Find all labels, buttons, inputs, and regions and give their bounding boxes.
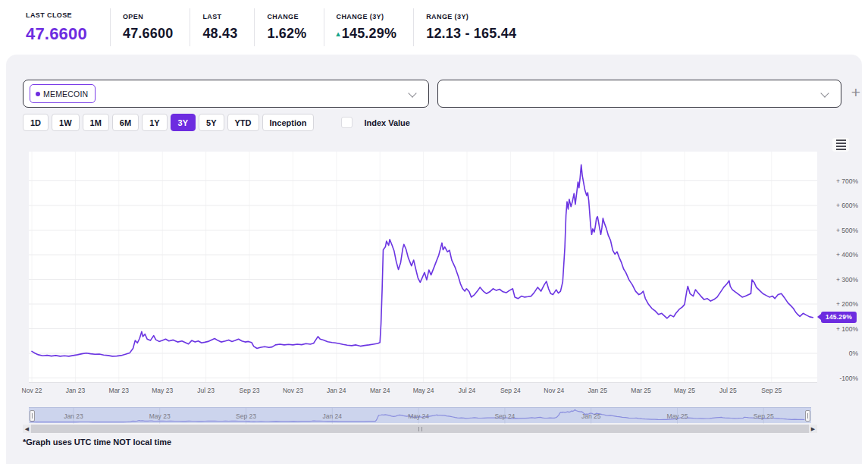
navigator-tick: May 23 bbox=[143, 412, 177, 420]
x-axis-tick: Nov 23 bbox=[275, 387, 310, 394]
selected-index-chip[interactable]: MEMECOIN bbox=[30, 84, 96, 103]
navigator-right-handle[interactable] bbox=[805, 410, 810, 422]
last-value-badge: 145.29% bbox=[821, 312, 857, 323]
change-3y-text: 145.29% bbox=[342, 26, 396, 41]
y-axis-tick: + 400% bbox=[823, 251, 858, 259]
add-series-button[interactable]: + bbox=[848, 82, 864, 103]
x-axis-tick: May 25 bbox=[667, 387, 702, 394]
navigator-tick: Sep 23 bbox=[229, 412, 264, 420]
stat-label: RANGE (3Y) bbox=[426, 13, 516, 20]
range-button-inception[interactable]: Inception bbox=[262, 114, 315, 131]
range-button-1m[interactable]: 1M bbox=[83, 114, 109, 131]
x-axis-tick: Sep 24 bbox=[493, 387, 528, 394]
scrollbar-thumb[interactable] bbox=[31, 425, 809, 433]
stat-value-change: 1.62% bbox=[267, 26, 306, 42]
stat-label: LAST CLOSE bbox=[26, 11, 87, 19]
x-axis-tick: Jul 25 bbox=[710, 387, 745, 394]
x-axis-tick: May 23 bbox=[145, 387, 180, 394]
navigator-tick: Sep 25 bbox=[746, 412, 781, 420]
x-axis-tick: Nov 24 bbox=[537, 387, 572, 394]
x-axis-tick: Jan 25 bbox=[580, 387, 615, 394]
navigator-tick: May 25 bbox=[660, 412, 695, 420]
stat-value-range-3y: 12.13 - 165.44 bbox=[426, 26, 516, 42]
stat-value-last-close: 47.6600 bbox=[26, 24, 87, 44]
index-select[interactable]: MEMECOIN bbox=[23, 80, 429, 108]
range-button-ytd[interactable]: YTD bbox=[227, 114, 259, 131]
navigator-left-handle[interactable] bbox=[30, 410, 35, 422]
x-axis-tick: Jan 24 bbox=[319, 387, 354, 394]
range-button-1w[interactable]: 1W bbox=[52, 114, 80, 131]
stat-last-close: LAST CLOSE 47.6600 bbox=[0, 7, 110, 49]
chevron-down-icon[interactable] bbox=[822, 90, 829, 97]
stat-label: OPEN bbox=[123, 13, 173, 20]
y-axis-tick: + 500% bbox=[823, 227, 858, 234]
stat-label: CHANGE (3Y) bbox=[337, 13, 397, 20]
navigator-tick: Jan 25 bbox=[574, 412, 609, 420]
chart-area: + 700%+ 600%+ 500%+ 400%+ 300%+ 200%+ 10… bbox=[6, 135, 862, 402]
stat-range-3y: RANGE (3Y) 12.13 - 165.44 bbox=[413, 8, 533, 46]
navigator-tick: Sep 24 bbox=[487, 412, 522, 420]
range-selector: 1D 1W 1M 6M 1Y 3Y 5Y YTD Inception Index… bbox=[23, 114, 410, 131]
y-axis-tick: -100% bbox=[823, 375, 858, 382]
stat-last: LAST 48.43 bbox=[190, 8, 254, 46]
navigator-tick: May 24 bbox=[401, 412, 436, 420]
range-button-5y[interactable]: 5Y bbox=[199, 114, 224, 131]
x-axis-tick: Jan 23 bbox=[58, 387, 92, 394]
stat-label: LAST bbox=[202, 13, 237, 20]
stat-label: CHANGE bbox=[267, 13, 306, 20]
price-chart-plot[interactable] bbox=[29, 152, 817, 383]
stat-value-last: 48.43 bbox=[202, 26, 237, 42]
stat-value-change-3y: ▴145.29% bbox=[337, 26, 397, 42]
x-axis-tick: Nov 22 bbox=[14, 387, 49, 394]
utc-footnote: *Graph uses UTC time NOT local time bbox=[23, 437, 171, 447]
index-dot-icon bbox=[36, 92, 40, 96]
index-value-checkbox[interactable] bbox=[341, 117, 353, 128]
y-axis-tick: + 200% bbox=[823, 300, 858, 308]
scroll-right-arrow-icon[interactable]: ▶ bbox=[809, 425, 817, 433]
stat-open: OPEN 47.6600 bbox=[110, 8, 190, 46]
x-axis-tick: Sep 23 bbox=[232, 387, 267, 394]
y-axis-tick: + 600% bbox=[823, 202, 858, 209]
up-arrow-icon: ▴ bbox=[337, 30, 340, 38]
y-axis-tick: + 700% bbox=[823, 177, 858, 185]
scroll-left-arrow-icon[interactable]: ◀ bbox=[23, 425, 31, 433]
y-axis-tick: + 100% bbox=[823, 325, 858, 333]
range-navigator[interactable]: Jan 23May 23Sep 23Jan 24May 24Sep 24Jan … bbox=[29, 407, 811, 423]
index-value-label: Index Value bbox=[364, 118, 410, 127]
chart-panel: MEMECOIN + 1D 1W 1M 6M 1Y 3Y 5Y YTD Ince… bbox=[6, 55, 862, 464]
stat-change-3y: CHANGE (3Y) ▴145.29% bbox=[324, 8, 414, 46]
x-axis-tick: Jul 24 bbox=[450, 387, 484, 394]
x-axis-tick: Mar 25 bbox=[624, 387, 659, 394]
x-axis-tick: Mar 23 bbox=[102, 387, 136, 394]
scrollbar-track[interactable] bbox=[31, 425, 809, 433]
x-axis-tick: Mar 24 bbox=[362, 387, 397, 394]
range-button-6m[interactable]: 6M bbox=[112, 114, 139, 131]
x-axis-tick: Jul 23 bbox=[189, 387, 224, 394]
x-axis-tick: Sep 25 bbox=[754, 387, 789, 394]
range-button-3y[interactable]: 3Y bbox=[171, 114, 196, 131]
stat-value-open: 47.6600 bbox=[123, 26, 173, 42]
y-axis-tick: + 300% bbox=[823, 276, 858, 284]
stat-change: CHANGE 1.62% bbox=[254, 8, 323, 46]
navigator-tick: Jan 23 bbox=[56, 412, 91, 420]
scrollbar-grip-icon bbox=[418, 427, 422, 431]
hamburger-menu-icon[interactable] bbox=[832, 138, 849, 152]
selected-index-label: MEMECOIN bbox=[43, 89, 88, 99]
range-button-1d[interactable]: 1D bbox=[23, 114, 49, 131]
y-axis-tick: 0% bbox=[823, 350, 858, 357]
stats-bar: LAST CLOSE 47.6600 OPEN 47.6600 LAST 48.… bbox=[0, 0, 868, 55]
x-axis-tick: May 24 bbox=[406, 387, 441, 394]
compare-select[interactable] bbox=[437, 80, 841, 108]
range-button-1y[interactable]: 1Y bbox=[142, 114, 167, 131]
navigator-tick: Jan 24 bbox=[315, 412, 349, 420]
chart-scrollbar[interactable]: ◀ ▶ bbox=[23, 425, 817, 433]
chevron-down-icon[interactable] bbox=[409, 90, 416, 97]
